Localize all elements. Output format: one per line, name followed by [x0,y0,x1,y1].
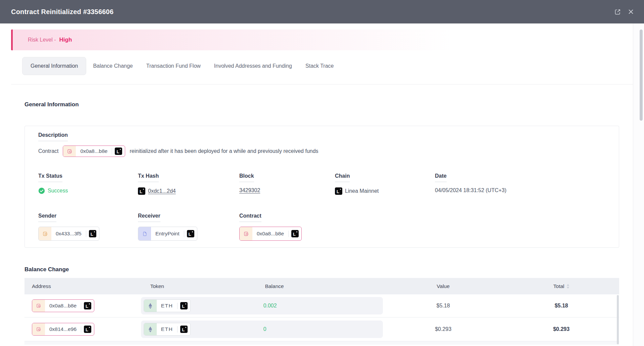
tab-involved-addresses[interactable]: Involved Addresses and Funding [207,57,299,75]
wallet-icon [39,227,51,240]
linea-logo-icon: L [180,326,188,333]
tx-fields-row: Tx Status Success Tx Hash L [38,173,619,195]
tx-hash-label: Tx Hash [138,173,159,182]
modal-body: Risk Level - High General Information Ba… [0,23,633,346]
pill-separator [177,326,178,333]
block-label: Block [239,173,254,182]
modal-titlebar: Contract Reinitialized #3356606 [0,0,644,23]
sender-label: Sender [38,213,56,222]
tab-balance-change[interactable]: Balance Change [86,57,139,75]
tab-general-information[interactable]: General Information [22,57,86,75]
eth-icon [144,300,157,312]
table-scrollbar-thumb[interactable] [617,295,619,344]
row-address: 0x0a8...b8e [45,303,81,309]
balance-change-heading: Balance Change [24,266,633,273]
table-header-row: Address Token Balance Value Total [24,278,619,294]
token-symbol: ETH [157,326,178,332]
description-prefix: Contract [38,148,58,154]
tab-bar: General Information Balance Change Trans… [22,57,633,75]
sender-address-pill[interactable]: 0x433...3f5 L [38,227,99,241]
contract-address: 0x0a8...b8e [76,148,112,154]
column-header-value: Value [383,283,504,289]
table-row: 0x0a8...b8e L ETH [24,294,619,318]
contract-file-icon [138,227,151,240]
row-address-pill[interactable]: 0x814...e96 L [32,323,94,336]
tx-hash-link[interactable]: 0xdc1...2d4 [148,188,176,194]
contract-address-pill[interactable]: 0x0a8...b8e L [239,227,302,241]
close-icon[interactable] [627,8,635,16]
description-label: Description [38,132,68,141]
column-header-balance: Balance [265,283,284,289]
pill-separator [81,303,81,309]
date-label: Date [435,173,447,182]
total-value: $0.293 [503,326,619,332]
general-info-card: Description Contract 0x0a8...b8e [24,126,619,248]
tabs-divider [11,84,633,84]
pill-separator [86,231,86,237]
chain-label: Chain [335,173,350,182]
column-header-total: Total [553,283,564,289]
pill-separator [112,148,112,155]
row-address-pill[interactable]: 0x0a8...b8e L [32,299,94,312]
tx-status-label: Tx Status [38,173,62,182]
table-row-partial [24,341,619,345]
pill-separator [177,303,178,309]
usd-value: $0.293 [383,326,504,332]
tab-transaction-fund-flow[interactable]: Transaction Fund Flow [140,57,207,75]
risk-level-badge: High [59,37,72,43]
tx-status-value: Success [38,187,138,194]
token-pill[interactable]: ETH L [144,323,191,336]
wallet-icon [240,227,252,240]
tab-stack-trace[interactable]: Stack Trace [299,57,340,75]
linea-logo-icon: L [84,302,91,309]
wallet-icon [32,323,45,335]
description-row: Contract 0x0a8...b8e L [38,146,619,157]
linea-logo-icon: L [138,187,145,195]
description-text: reinitialized after it has been deployed… [130,148,318,154]
wallet-icon [63,146,76,157]
linea-logo-icon: L [84,326,91,333]
contract-address-pill[interactable]: 0x0a8...b8e L [63,146,125,157]
table-row: 0x814...e96 L ETH [24,318,619,341]
balance-value: 0.002 [263,303,277,309]
check-circle-icon [38,187,45,194]
chain-value: L Linea Mainnet [335,187,435,195]
linea-logo-icon: L [115,148,122,155]
block-link[interactable]: 3429302 [239,187,260,193]
open-in-new-icon[interactable] [613,8,622,16]
pill-separator [184,231,184,237]
usd-value: $5.18 [383,303,504,309]
token-pill[interactable]: ETH L [144,299,191,312]
total-value: $5.18 [503,303,619,309]
date-value: 04/05/2024 18:31:52 (UTC+3) [435,187,506,193]
pill-separator [81,326,81,333]
receiver-label: Receiver [138,213,160,222]
tx-hash-value: L 0xdc1...2d4 [138,187,239,195]
token-balance-cell: ETH L 0.002 [141,297,383,314]
contract-label: Contract [239,213,261,222]
receiver-name: EntryPoint [151,231,184,237]
row-address: 0x814...e96 [45,326,81,332]
risk-banner: Risk Level - High [11,30,623,50]
linea-logo-icon: L [180,302,188,309]
pill-separator [288,231,289,237]
balance-change-table: Address Token Balance Value Total [24,278,619,345]
linea-logo-icon: L [291,230,299,237]
general-info-heading: General Information [24,101,633,108]
sort-icon[interactable] [566,284,569,289]
parties-row: Sender 0x433...3f5 L [38,213,619,241]
block-value: 3429302 [239,187,335,193]
balance-value: 0 [263,326,266,332]
alert-modal: Contract Reinitialized #3356606 Risk Lev… [0,0,644,346]
sender-address: 0x433...3f5 [51,231,86,237]
token-balance-cell: ETH L 0 [141,321,383,338]
linea-logo-icon: L [335,187,342,195]
page-scrollbar-track [634,23,644,346]
risk-label: Risk Level - [28,37,56,43]
token-symbol: ETH [157,303,178,309]
linea-logo-icon: L [89,230,96,237]
wallet-icon [32,300,45,312]
receiver-address-pill[interactable]: EntryPoint L [138,227,197,241]
page-scrollbar-thumb[interactable] [640,30,643,121]
column-header-address: Address [24,283,141,289]
